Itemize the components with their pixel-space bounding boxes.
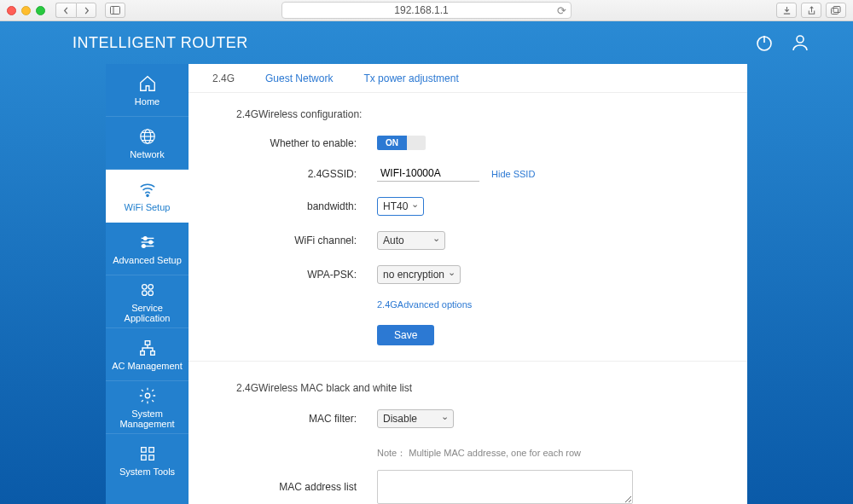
svg-rect-27: [141, 448, 146, 453]
address-bar-wrap: 192.168.1.1 ⟳: [281, 2, 572, 19]
content-panel: 2.4G Guest Network Tx power adjustment 2…: [189, 64, 747, 504]
svg-point-12: [146, 194, 148, 196]
wpa-select[interactable]: no encryption: [377, 265, 461, 284]
svg-rect-28: [148, 448, 154, 453]
sidebar-item-label: WiFi Setup: [125, 202, 171, 212]
downloads-button[interactable]: [776, 3, 797, 18]
sidebar-item-label: Network: [130, 149, 164, 159]
mac-note-text: Note： Multiple MAC addresse, one for eac…: [377, 447, 581, 460]
wifi-icon: [138, 180, 157, 199]
sidebar-item-service[interactable]: Service Application: [106, 275, 189, 328]
mac-address-textarea[interactable]: [377, 470, 633, 504]
toggle-off-handle: ​: [407, 136, 426, 150]
svg-rect-3: [833, 7, 840, 13]
sidebar-item-label: Service Application: [109, 303, 185, 323]
sidebar-item-home[interactable]: Home: [106, 64, 189, 117]
back-button[interactable]: [55, 3, 76, 18]
power-icon[interactable]: [754, 32, 775, 53]
sidebar-item-advanced[interactable]: Advanced Setup: [106, 223, 189, 275]
label-bandwidth: bandwidth:: [236, 200, 377, 212]
tab-tx-power[interactable]: Tx power adjustment: [348, 64, 473, 92]
share-button[interactable]: [801, 3, 821, 18]
svg-rect-23: [145, 340, 150, 345]
window-controls: [7, 6, 45, 15]
maximize-window-button[interactable]: [36, 6, 45, 15]
svg-rect-30: [148, 455, 154, 461]
toolbar-right: [776, 3, 846, 18]
sidebar-item-ac[interactable]: AC Management: [106, 328, 189, 381]
address-bar[interactable]: 192.168.1.1 ⟳: [281, 2, 572, 19]
sidebar: Home Network WiFi Setup Advanced Setup: [106, 64, 189, 504]
row-advanced-link: 2.4GAdvanced options: [236, 299, 722, 310]
hierarchy-icon: [138, 339, 157, 357]
section-title-maclist: 2.4GWireless MAC black and white list: [236, 382, 722, 394]
tab-24g[interactable]: 2.4G: [197, 64, 250, 92]
gear-icon: [138, 386, 157, 405]
svg-point-16: [148, 240, 152, 244]
sidebar-item-label: System Tools: [119, 466, 175, 477]
row-ssid: 2.4GSSID: Hide SSID: [236, 165, 722, 182]
panel-24g: 2.4GWireless configuration: Whether to e…: [189, 93, 747, 504]
label-enable: Whether to enable:: [236, 137, 377, 149]
apps-icon: [138, 281, 157, 299]
row-mac-note: Note： Multiple MAC addresse, one for eac…: [236, 443, 722, 466]
row-bandwidth: bandwidth: HT40: [236, 197, 722, 216]
hide-ssid-link[interactable]: Hide SSID: [491, 169, 535, 179]
label-wpa: WPA-PSK:: [236, 269, 377, 281]
bandwidth-select[interactable]: HT40: [377, 197, 424, 216]
home-icon: [138, 74, 157, 93]
svg-point-21: [142, 290, 147, 295]
globe-icon: [138, 127, 157, 146]
user-icon[interactable]: [790, 32, 810, 53]
svg-point-18: [142, 244, 145, 247]
browser-toolbar: 192.168.1.1 ⟳: [0, 0, 853, 21]
close-window-button[interactable]: [7, 6, 16, 15]
toggle-on-label: ON: [377, 136, 407, 150]
ssid-input[interactable]: [377, 165, 479, 182]
reload-icon[interactable]: ⟳: [557, 4, 566, 17]
sidebar-item-label: AC Management: [112, 361, 183, 371]
label-ssid: 2.4GSSID:: [236, 168, 377, 180]
nav-button-group: [55, 3, 96, 18]
tabs-button[interactable]: [826, 3, 846, 18]
row-enable: Whether to enable: ON ​: [236, 136, 722, 150]
svg-point-20: [148, 284, 153, 289]
row-mac-filter: MAC filter: Disable: [236, 409, 722, 428]
address-text: 192.168.1.1: [394, 4, 448, 16]
sidebar-item-system-tools[interactable]: System Tools: [106, 434, 189, 487]
sidebar-item-wifi[interactable]: WiFi Setup: [106, 170, 189, 223]
page-area: INTELLIGENT ROUTER Home Networ: [0, 21, 853, 504]
tab-guest-network[interactable]: Guest Network: [250, 64, 348, 92]
svg-rect-25: [150, 350, 154, 355]
tabs: 2.4G Guest Network Tx power adjustment: [189, 64, 747, 93]
row-channel: WiFi channel: Auto: [236, 231, 722, 250]
label-mac-addrlist: MAC address list: [236, 481, 377, 493]
tools-icon: [138, 444, 157, 463]
row-mac-addr-list: MAC address list: [236, 470, 722, 504]
sidebar-toggle-button[interactable]: [105, 3, 125, 18]
minimize-window-button[interactable]: [21, 6, 31, 15]
svg-point-6: [797, 36, 804, 43]
row-wpa: WPA-PSK: no encryption: [236, 265, 722, 284]
svg-rect-29: [141, 455, 146, 461]
sidebar-item-label: Home: [135, 96, 160, 107]
router-header: INTELLIGENT ROUTER: [0, 21, 853, 64]
forward-button[interactable]: [76, 3, 96, 18]
mac-filter-select[interactable]: Disable: [377, 409, 454, 428]
svg-rect-2: [832, 9, 838, 14]
channel-select[interactable]: Auto: [377, 231, 445, 250]
sidebar-item-system-management[interactable]: System Management: [106, 381, 189, 434]
advanced-options-link[interactable]: 2.4GAdvanced options: [377, 299, 472, 310]
enable-toggle[interactable]: ON ​: [377, 136, 426, 150]
row-save: Save: [236, 325, 722, 345]
sidebar-item-label: Advanced Setup: [113, 255, 182, 265]
router-header-title: INTELLIGENT ROUTER: [73, 34, 248, 52]
svg-point-19: [142, 284, 147, 289]
main-layout: Home Network WiFi Setup Advanced Setup: [106, 64, 747, 504]
svg-rect-0: [111, 7, 120, 14]
svg-point-22: [148, 290, 153, 295]
sidebar-item-network[interactable]: Network: [106, 117, 189, 170]
header-actions: [754, 32, 810, 53]
save-button[interactable]: Save: [377, 325, 434, 345]
svg-point-26: [145, 393, 150, 398]
